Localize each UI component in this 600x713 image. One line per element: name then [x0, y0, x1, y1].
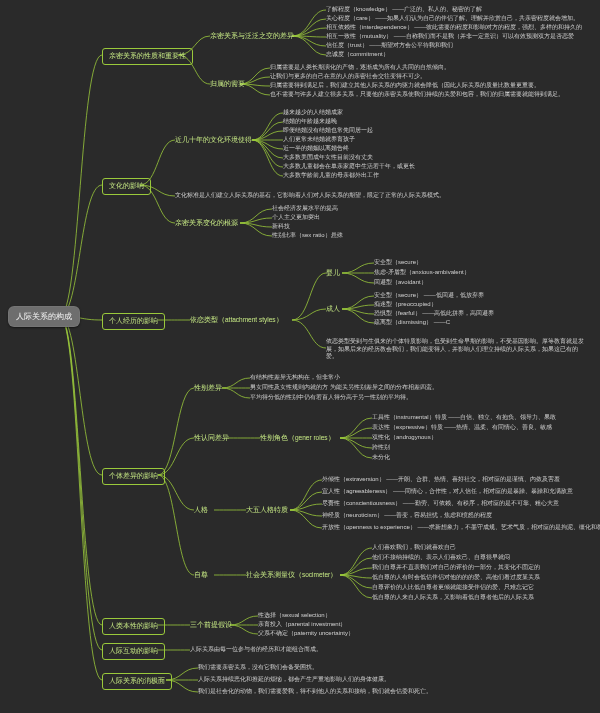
leaf: 大多数美国成年女性目前没有丈夫	[283, 154, 373, 162]
leaf: 个人主义更加突出	[272, 214, 320, 222]
leaf: 低自尊的人有时会低估伴侣对他的的的爱、高他们看过度某关系	[372, 574, 540, 582]
leaf: 跨性别	[372, 444, 390, 452]
leaf: 忠诚度（commitment）	[326, 51, 389, 59]
leaf: 焦虑-矛盾型（anxious-ambivalent）	[374, 269, 470, 277]
leaf: 让我们与更多的自己在意的人的亲密社会交往变得不可少。	[270, 73, 426, 81]
leaf: 父系不确定（paternity uncertainty）	[258, 630, 354, 638]
key-big5[interactable]: 大五人格特质	[246, 506, 288, 514]
leaf: 关心程度（care） ——如果人们认为自己的伴侣了解、理解并欣赏自己，共亲密程度…	[326, 15, 579, 23]
leaf: 恐惧型（fearful） ——高低此拼养，高回避养	[374, 310, 494, 318]
leaf: 自尊评价的人比低自尊者更倾就能接受伴侣的爱、只难忘记它	[372, 584, 534, 592]
key-attachment[interactable]: 依恋类型（attachment styles）	[190, 316, 283, 324]
leaf: 尽责性（conscientiousness） ——勤劳、可依赖、有秩序，相对应的…	[322, 500, 559, 508]
key-gender-identity[interactable]: 性认同差异	[194, 434, 229, 442]
leaf: 相互一致性（mutuality） ——自称我们而不是我（并非一定意识）可以有效预…	[326, 33, 574, 41]
leaf: 人际关系持续恶化和推延的烦恼，都会产生严重地影响人们的身体健康。	[198, 676, 390, 684]
leaf: 亲育投入（parental investment）	[258, 621, 346, 629]
leaf: 双性化（androgynous）	[372, 434, 437, 442]
key-interaction-combined: 人际关系由每一位参与者的经历和才能组合而成。	[190, 646, 322, 654]
leaf: 安全型（secure）	[374, 259, 422, 267]
leaf: 新科技	[272, 223, 290, 231]
key-selfesteem[interactable]: 自尊	[194, 571, 208, 579]
leaf: 人们更常未结婚就养育孩子	[283, 136, 355, 144]
topic-individual-diff[interactable]: 个体差异的影响	[102, 468, 165, 485]
key-sex-diff[interactable]: 性别差异	[194, 384, 222, 392]
topic-human-nature[interactable]: 人类本性的影响	[102, 618, 165, 635]
leaf-attachment-footnote: 依恋类型受到与生俱来的个体特质影响，也受到生命早期的影响，不受基因影响。厚等教育…	[326, 338, 586, 361]
leaf: 大多数儿童都会在单亲家庭中生活若干年，或更长	[283, 163, 415, 171]
topic-personal-history[interactable]: 个人经历的影响	[102, 313, 165, 330]
leaf: 我们是社会化的动物，我们需要爱我，得不到他人的关系和接纳，我们就会估委和死亡。	[198, 688, 432, 696]
leaf: 安全型（secure） ——低回避，低放弃养	[374, 292, 484, 300]
leaf: 归属需要得到满足后，我们建立其他人际关系的内驱力就会降低（因此人际关系的质量比数…	[270, 82, 540, 90]
leaf: 归属需要是人类长期演化的产物，逐渐成为所有人共同的自然倾向。	[270, 64, 450, 72]
leaf: 结婚的年龄越来越晚	[283, 118, 337, 126]
key-recent-culture[interactable]: 近几十年的文化环境使得	[175, 136, 252, 144]
leaf: 我们需要亲密关系，没有它我们会备受困扰。	[198, 664, 318, 672]
topic-negative[interactable]: 人际关系的消极面	[102, 673, 172, 690]
key-three-premises[interactable]: 三个前提假设	[190, 621, 232, 629]
leaf: 相互依赖性（interdependence） ——彼此需要的程度和影响对方的程度…	[326, 24, 582, 32]
leaf: 表达性（expressive）特质 ——热情、温柔、有同情心、善良、敏感	[372, 424, 552, 432]
leaf: 宜人性（agreeableness） ——同情心，合作性，对人信任，相对应的是暴…	[322, 488, 573, 496]
leaf: 我们自尊并不直表我们对自己的评价的一部分，其变化不固定的	[372, 564, 540, 572]
leaf: 平均得分低的性别中仍有若百人得分高于另一性别的平均得。	[250, 394, 412, 402]
leaf: 即便结婚没有结婚也常先同居一起	[283, 127, 373, 135]
leaf: 有结构性差异无构构在，但非常小	[250, 374, 340, 382]
leaf: 人们喜欢我们，我们就喜欢自己	[372, 544, 456, 552]
leaf: 也不需要与许多人建立很多关系，只要他的亲密关系使我们持续的关爱和包容，我们的归属…	[270, 91, 564, 99]
root-node[interactable]: 人际关系的构成	[8, 306, 80, 327]
leaf: 回避型（avoidant）	[374, 279, 427, 287]
leaf: 开放性（openness to experience） ——求新想象力，不墨守成…	[322, 524, 600, 532]
key-personality[interactable]: 人格	[194, 506, 208, 514]
topic-interaction[interactable]: 人际互动的影响	[102, 643, 165, 660]
key-adult[interactable]: 成人	[326, 305, 340, 313]
leaf: 大多数学龄前儿童的母亲都外出工作	[283, 172, 379, 180]
leaf: 工具性（instrumental）特质 ——自信、独立、有抱负、领导力、果敢	[372, 414, 556, 422]
leaf: 神经质（neuroticism） ——善变，容易担忧，焦虑和愤怒的程度	[322, 512, 492, 520]
leaf: 外倾性（extraversion） ——开朗、合群、热情、喜好社交，相对应的是谨…	[322, 476, 560, 484]
leaf: 越来越少的人结婚成家	[283, 109, 343, 117]
leaf: 了解程度（knowledge） ——广泛的、私人的、秘密的了解	[326, 6, 482, 14]
key-change-origin[interactable]: 亲密关系变化的根源	[175, 219, 238, 227]
leaf: 性选择（sexual selection）	[258, 612, 331, 620]
topic-culture[interactable]: 文化的影响	[102, 178, 151, 195]
leaf: 近一半的婚姻以离婚告终	[283, 145, 349, 153]
key-belonging-need[interactable]: 归属的需要	[210, 80, 245, 88]
leaf: 痴迷型（preoccupied）	[374, 301, 437, 309]
leaf: 未分化	[372, 454, 390, 462]
leaf: 他们不接纳持续的、表示人们喜欢己、自尊很早就闷	[372, 554, 510, 562]
leaf: 性别比率（sex ratio）悬殊	[272, 232, 343, 240]
leaf: 低自尊的人来自人际关系，又影响着低自尊者他后的人际关系	[372, 594, 534, 602]
leaf: 疏离型（dismissing） ——C	[374, 319, 450, 327]
key-diff-intimacy[interactable]: 亲密关系与泛泛之交的差异	[210, 32, 294, 40]
key-socimeter[interactable]: 社会关系测量仪（socimeter）	[246, 571, 337, 579]
key-infant[interactable]: 婴儿	[326, 269, 340, 277]
mindmap-canvas: 人际关系的构成 亲密关系的性质和重要性 亲密关系与泛泛之交的差异 了解程度（kn…	[0, 0, 600, 713]
topic-intimacy[interactable]: 亲密关系的性质和重要性	[102, 48, 193, 65]
key-gender-roles[interactable]: 性别角色（gener roles）	[260, 434, 335, 442]
leaf: 信任度（trust） ——期望对方会公平待我和我们	[326, 42, 453, 50]
leaf: 社会经济发展水平的提高	[272, 205, 338, 213]
leaf: 男女同性及女性规则内就的方 为能关另性别差异之间的分布相差四蛮。	[250, 384, 438, 392]
key-culture-standard: 文化标准是人们建立人际关系的基石，它影响着人们对人际关系的期望，限定了正常的人际…	[175, 192, 445, 200]
